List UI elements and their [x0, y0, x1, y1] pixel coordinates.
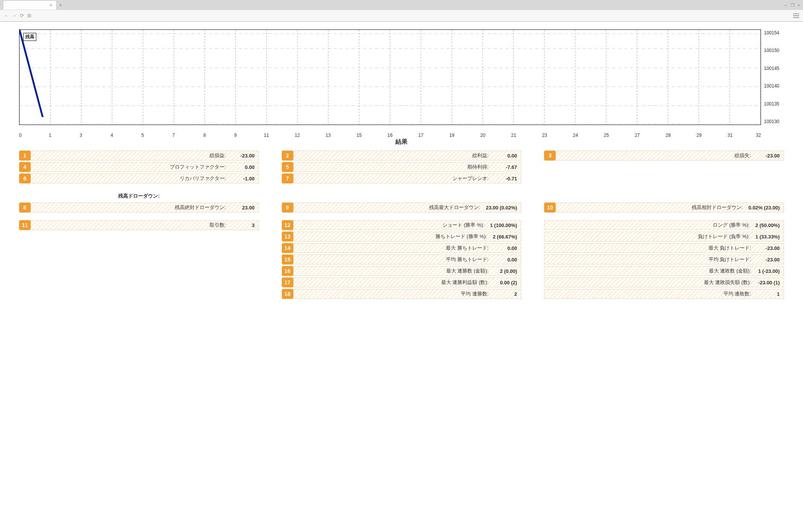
chart-y-axis-labels: 100154100150100145100140100135100130 [761, 29, 784, 125]
metric-max-consec-loss-amt: 最大 連敗損失額 (数):-23.00 (1) [544, 277, 784, 287]
metric-long-trades: ロング (勝率 %):2 (50.00%) [544, 220, 784, 230]
nav-apps-icon[interactable]: ⊞ [27, 13, 31, 18]
chart-plot-area: 残高 [19, 29, 761, 125]
results-grid: 1総損益:-23.00 2総利益:0.00 3総損失:-23.00 4プロフィッ… [19, 151, 784, 299]
chart-svg [20, 30, 761, 125]
metric-max-consec-profit: 17最大 連勝利益額 (数):0.00 (2) [282, 277, 522, 287]
metric-winning-trades: 13勝ちトレード (勝率 %):2 (66.67%) [282, 232, 522, 242]
balance-chart: 残高 100154100150100145100140100135100130 [19, 29, 784, 125]
window-maximize-icon[interactable]: ❐ [791, 3, 795, 8]
results-title: 結果 [19, 138, 784, 146]
metric-max-loss-trade: 最大 負けトレード:-23.00 [544, 243, 784, 253]
metric-recovery-factor: 6リカバリファクター:-1.00 [19, 174, 259, 183]
page-content: 残高 100154100150100145100140100135100130 … [0, 22, 803, 307]
metric-short-trades: 12ショート (勝率 %):1 (100.00%) [282, 220, 522, 230]
window-controls: — ❐ × [783, 3, 800, 8]
metric-profit-factor: 4プロフィットファクター:0.00 [19, 162, 259, 172]
metric-avg-consec-wins: 18平均 連勝数:2 [282, 289, 522, 299]
drawdown-header: 残高ドローダウン: [19, 191, 259, 201]
tab-close-icon[interactable]: × [49, 2, 52, 8]
metric-trade-count: 11取引数:3 [19, 220, 259, 230]
metric-avg-loss-trade: 平均 負けトレード:-23.00 [544, 255, 784, 264]
metric-total-pl: 1総損益:-23.00 [19, 151, 259, 161]
metric-max-win-trade: 14最大 勝ちトレード:0.00 [282, 243, 522, 253]
metric-expected-payoff: 5期待利得:-7.67 [282, 162, 522, 172]
metric-rel-drawdown: 10残高相対ドローダウン:0.02% (23.00) [544, 203, 784, 212]
tab-add-icon[interactable]: + [59, 2, 62, 8]
metric-gross-loss: 3総損失:-23.00 [544, 151, 784, 161]
nav-reload-icon[interactable]: ⟳ [20, 13, 24, 18]
browser-toolbar: ← → ⟳ ⊞ [0, 10, 803, 21]
metric-max-consec-losses: 最大 連敗数 (金額):1 (-23.00) [544, 266, 784, 276]
metric-avg-win-trade: 15平均 勝ちトレード:0.00 [282, 255, 522, 264]
metric-losing-trades: 負けトレード (負率 %):1 (33.33%) [544, 232, 784, 242]
metric-max-drawdown: 9残高最大ドローダウン:23.00 (0.02%) [282, 203, 522, 212]
nav-forward-icon[interactable]: → [12, 13, 17, 18]
hamburger-menu-icon[interactable] [793, 12, 799, 19]
nav-back-icon[interactable]: ← [4, 13, 9, 18]
window-minimize-icon[interactable]: — [783, 3, 788, 8]
browser-tab[interactable]: × [3, 0, 57, 10]
browser-chrome: × + — ❐ × ← → ⟳ ⊞ [0, 0, 803, 22]
metric-sharpe-ratio: 7シャープレシオ:-0.71 [282, 174, 522, 183]
tab-bar: × + — ❐ × [0, 0, 803, 10]
window-close-icon[interactable]: × [798, 3, 800, 8]
metric-gross-profit: 2総利益:0.00 [282, 151, 522, 161]
metric-avg-consec-losses: 平均 連敗数:1 [544, 289, 784, 299]
chart-x-axis-labels: 0134578911121315161719202123242527282931… [19, 133, 784, 138]
metric-max-consec-wins: 16最大 連勝数 (金額):2 (0.00) [282, 266, 522, 276]
metric-abs-drawdown: 8残高絶対ドローダウン:23.00 [19, 203, 259, 212]
